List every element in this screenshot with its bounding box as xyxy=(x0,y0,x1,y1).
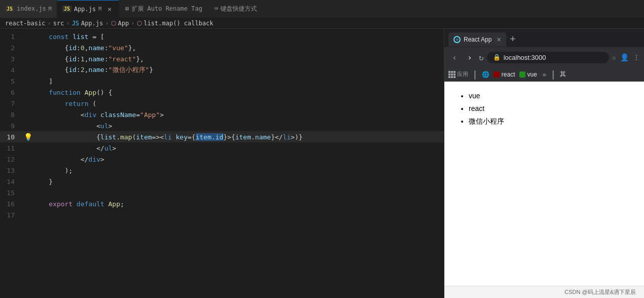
breadcrumb-sep-4: › xyxy=(131,20,134,27)
new-tab-button[interactable]: + xyxy=(510,33,516,44)
tab-shortcut-label: 键盘快捷方式 xyxy=(220,5,257,13)
code-line-9: 9 <ul> xyxy=(0,120,444,131)
code-line-5: 5 ] xyxy=(0,76,444,87)
js-language-icon: JS xyxy=(5,6,14,12)
line-num-7: 7 xyxy=(0,100,23,107)
tab-app-js-modified: M xyxy=(98,6,101,12)
ext-icon: ⊞ xyxy=(125,5,129,12)
bookmark-star-icon[interactable]: ☆ xyxy=(612,53,616,61)
bookmark-vue[interactable]: vue xyxy=(519,71,537,78)
line-num-14: 14 xyxy=(0,178,23,185)
line-num-13: 13 xyxy=(0,167,23,174)
bookmark-react[interactable]: react xyxy=(494,71,515,78)
code-lines: 1 const list = [ 2 {id:0,name:"vue"}, 3 … xyxy=(0,29,444,220)
line-num-8: 8 xyxy=(0,111,23,119)
breadcrumb-cube-icon-1: ⬡ xyxy=(111,20,116,27)
breadcrumb: react-basic › src › JS App.js › ⬡ App › … xyxy=(0,18,644,29)
line-num-17: 17 xyxy=(0,211,23,219)
code-line-17: 17 xyxy=(0,209,444,220)
bookmark-react-label: react xyxy=(502,71,515,78)
line-content-10: {list.map(item=><li key={item.id}>{item.… xyxy=(33,133,444,141)
bookmarks-bar: 应用 | 🌐 react vue » | 其 xyxy=(444,67,644,82)
line-content-16: export default App; xyxy=(33,200,444,208)
code-line-8: 8 <div className="App"> xyxy=(0,109,444,120)
keyboard-icon: ⌨ xyxy=(214,5,218,12)
forward-button[interactable]: › xyxy=(464,53,476,62)
apps-label: 应用 xyxy=(457,70,468,78)
bookmark-separator-2: | xyxy=(550,70,556,79)
tab-app-js-close[interactable]: × xyxy=(105,5,113,13)
bookmark-separator-1: | xyxy=(472,70,478,79)
breadcrumb-cube-icon-2: ⬡ xyxy=(137,20,142,27)
refresh-button[interactable]: ↻ xyxy=(479,53,484,62)
browser-tab-react[interactable]: ⚛ React App × xyxy=(448,32,506,47)
tab-app-js[interactable]: JS App.js M × xyxy=(57,0,119,18)
line-num-9: 9 xyxy=(0,122,23,130)
bookmarks-more-button[interactable]: » xyxy=(542,70,546,79)
code-line-15: 15 xyxy=(0,187,444,198)
code-line-11: 11 </ul> xyxy=(0,142,444,154)
tab-extension[interactable]: ⊞ 扩展 Auto Rename Tag xyxy=(119,0,208,18)
tab-app-js-label: App.js xyxy=(74,6,96,13)
line-content-3: {id:1,name:"react"}, xyxy=(33,55,444,63)
line-content-14: } xyxy=(33,178,444,185)
react-bookmark-icon xyxy=(494,71,500,78)
line-num-5: 5 xyxy=(0,78,23,85)
breadcrumb-part-5: list.map() callback xyxy=(144,20,213,27)
line-content-1: const list = [ xyxy=(33,33,444,41)
browser-toolbar: ‹ › ↻ 🔒 localhost:3000 ☆ 👤 ⋮ xyxy=(444,47,644,67)
breadcrumb-sep-2: › xyxy=(66,20,69,27)
code-line-14: 14 } xyxy=(0,176,444,187)
footer-text: CSDN @码上流星&洒下星辰 xyxy=(564,288,636,296)
apps-bookmark[interactable]: 应用 xyxy=(448,70,468,78)
tab-shortcuts[interactable]: ⌨ 键盘快捷方式 xyxy=(208,0,263,18)
vue-bookmark-icon xyxy=(519,71,525,78)
line-content-9: <ul> xyxy=(33,122,444,130)
line-indicator-10[interactable]: 💡 xyxy=(23,133,33,141)
tab-index-js-label: index.js xyxy=(17,5,46,12)
line-content-11: </ul> xyxy=(33,144,444,152)
code-line-3: 3 {id:1,name:"react"}, xyxy=(0,53,444,64)
breadcrumb-part-2: src xyxy=(53,20,64,27)
earth-icon: 🌐 xyxy=(482,71,489,78)
list-item-vue: vue xyxy=(469,90,632,102)
js-language-icon-2: JS xyxy=(62,6,71,12)
code-line-1: 1 const list = [ xyxy=(0,31,444,42)
breadcrumb-part-3: App.js xyxy=(81,20,103,27)
line-content-12: </div> xyxy=(33,156,444,163)
line-content-13: ); xyxy=(33,167,444,174)
line-num-4: 4 xyxy=(0,66,23,74)
line-content-7: return ( xyxy=(33,100,444,107)
bulb-icon[interactable]: 💡 xyxy=(24,133,32,141)
code-editor[interactable]: 1 const list = [ 2 {id:0,name:"vue"}, 3 … xyxy=(0,29,444,298)
line-num-2: 2 xyxy=(0,44,23,52)
browser-panel: ⚛ React App × + ‹ › ↻ 🔒 localhost:3000 ☆… xyxy=(444,29,644,298)
list-output: vue react 微信小程序 xyxy=(457,90,632,128)
more-bookmark-label: 其 xyxy=(560,70,566,79)
line-num-11: 11 xyxy=(0,144,23,152)
lock-icon: 🔒 xyxy=(493,54,501,61)
breadcrumb-js-icon: JS xyxy=(72,20,79,27)
profile-icon[interactable]: 👤 xyxy=(620,53,629,61)
tab-ext-label: 扩展 Auto Rename Tag xyxy=(132,5,203,13)
extensions-icon[interactable]: ⋮ xyxy=(633,53,640,61)
breadcrumb-sep-3: › xyxy=(105,20,108,27)
code-line-13: 13 ); xyxy=(0,165,444,176)
line-num-3: 3 xyxy=(0,55,23,63)
grid-icon xyxy=(448,71,456,78)
tab-bar: JS index.js M JS App.js M × ⊞ 扩展 Auto Re… xyxy=(0,0,644,18)
url-text: localhost:3000 xyxy=(504,54,546,61)
line-content-4: {id:2,name:"微信小程序"} xyxy=(33,65,444,74)
browser-titlebar: ⚛ React App × + xyxy=(444,29,644,47)
line-content-2: {id:0,name:"vue"}, xyxy=(33,44,444,52)
browser-tab-close[interactable]: × xyxy=(497,35,501,44)
main-content: 1 const list = [ 2 {id:0,name:"vue"}, 3 … xyxy=(0,29,644,298)
browser-toolbar-actions: ☆ 👤 ⋮ xyxy=(612,53,640,61)
line-num-10: 10 xyxy=(0,133,23,141)
address-bar[interactable]: 🔒 localhost:3000 xyxy=(487,52,609,63)
line-num-15: 15 xyxy=(0,189,23,197)
line-num-12: 12 xyxy=(0,156,23,163)
code-line-2: 2 {id:0,name:"vue"}, xyxy=(0,42,444,53)
back-button[interactable]: ‹ xyxy=(448,53,461,62)
tab-index-js[interactable]: JS index.js M xyxy=(0,0,57,18)
